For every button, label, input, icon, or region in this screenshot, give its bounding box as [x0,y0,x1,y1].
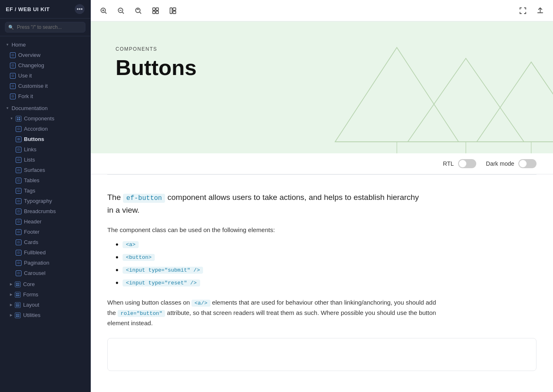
sidebar-item-label: Typography [24,198,52,204]
fullscreen-button[interactable] [517,5,529,16]
sidebar-item-typography[interactable]: ⊡ Typography [0,196,90,206]
search-icon: 🔍 [8,25,14,30]
svg-rect-11 [153,11,155,14]
sidebar-item-buttons[interactable]: ⊡ Buttons [0,134,90,144]
sidebar-item-label: Tags [24,188,35,194]
svg-line-8 [140,12,142,14]
sidebar-item-overview[interactable]: ⊡ Overview [0,50,90,60]
page-icon: ⊡ [16,188,21,194]
sidebar-item-customise-it[interactable]: ⊡ Customise it [0,81,90,91]
dark-mode-toggle-group: Dark mode [486,159,536,168]
zoom-in-button[interactable] [97,5,110,16]
page-icon: ⊡ [16,219,21,225]
page-icon: ⊡ [16,167,21,173]
sidebar-item-label: Header [24,218,42,225]
sidebar-item-carousel[interactable]: ⊡ Carousel [0,268,90,278]
sidebar-item-home[interactable]: ▼ Home [0,40,90,50]
sidebar-item-label: Fullbleed [24,249,46,256]
sidebar-item-links[interactable]: ⊡ Links [0,144,90,155]
toolbar [91,0,553,21]
content-area: COMPONENTS Buttons RT [91,21,553,392]
rtl-label: RTL [443,160,454,167]
expand-arrow-icon: ▶ [10,282,12,286]
svg-line-1 [105,12,107,14]
page-icon: ⊡ [10,83,16,89]
page-icon: ⊡ [10,94,16,99]
sidebar-item-label: Use it [18,73,32,79]
code-snippet: <a> [123,241,139,248]
code-snippet: <button> [123,254,155,261]
sidebar-item-label: Utilities [23,312,40,318]
sidebar-item-label: Fork it [18,93,33,99]
zoom-reset-button[interactable] [132,5,144,16]
app-logo: EF / WEB UI KIT [6,6,50,12]
rtl-toggle-group: RTL [443,159,476,168]
sidebar-item-components[interactable]: ▼ Components [0,113,90,124]
expand-arrow-icon: ▶ [10,303,12,307]
rtl-toggle[interactable] [458,159,476,168]
expand-arrow-icon: ▼ [6,106,9,110]
svg-rect-13 [170,8,172,14]
doc-intro-code: ef-button [123,194,165,203]
sidebar-item-label: Carousel [24,270,45,276]
share-button[interactable] [534,5,546,16]
sidebar-item-surfaces[interactable]: ⊡ Surfaces [0,165,90,175]
panel-view-button[interactable] [167,5,179,16]
sidebar-item-label: Lists [24,157,35,163]
sidebar-item-use-it[interactable]: ⊡ Use it [0,70,90,81]
sidebar-item-fork-it[interactable]: ⊡ Fork it [0,91,90,101]
sidebar-item-header[interactable]: ⊡ Header [0,216,90,227]
sidebar-item-lists[interactable]: ⊡ Lists [0,155,90,165]
sidebar-item-tags[interactable]: ⊡ Tags [0,185,90,196]
list-item: <input type="reset" /> [116,278,536,288]
sidebar-item-tables[interactable]: ⊡ Tables [0,175,90,185]
expand-arrow-icon: ▶ [10,313,12,317]
svg-marker-17 [408,59,524,142]
sidebar-item-label: Components [24,115,54,122]
sidebar-item-forms[interactable]: ▶ Forms [0,289,90,300]
page-icon: ⊡ [16,260,21,266]
sidebar-item-label: Breadcrumbs [24,208,56,214]
sidebar-item-utilities[interactable]: ▶ Utilities [0,310,90,320]
sidebar-item-pagination[interactable]: ⊡ Pagination [0,258,90,268]
sidebar-item-core[interactable]: ▶ Core [0,279,90,289]
sidebar-item-label: Core [23,281,35,287]
grid-icon [15,292,21,298]
sidebar-search-container: 🔍 [0,19,90,36]
page-icon: ⊡ [16,239,21,245]
expand-arrow-icon: ▼ [6,43,9,47]
sidebar-item-layout[interactable]: ▶ Layout [0,300,90,310]
sidebar-item-cards[interactable]: ⊡ Cards [0,237,90,247]
grid-view-button[interactable] [149,5,162,16]
dark-mode-toggle[interactable] [518,159,536,168]
sidebar-item-label: Cards [24,239,38,245]
list-item: <button> [116,253,536,262]
page-icon: ⊡ [10,52,16,58]
search-input[interactable] [5,22,85,33]
sidebar-nav: ▼ Home ⊡ Overview ⊡ Changelog ⊡ Use it ⊡… [0,36,90,392]
code-snippet: <input type="reset" /> [123,279,200,286]
sidebar-item-fullbleed[interactable]: ⊡ Fullbleed [0,247,90,258]
svg-rect-10 [156,8,158,10]
dark-mode-label: Dark mode [486,160,514,167]
sidebar-item-footer[interactable]: ⊡ Footer [0,227,90,237]
sidebar-item-accordion[interactable]: ⊡ Accordion [0,124,90,134]
demo-preview-box [107,338,536,371]
sidebar-item-documentation[interactable]: ▼ Documentation [0,103,90,113]
page-icon: ⊡ [16,178,21,183]
sidebar-item-changelog[interactable]: ⊡ Changelog [0,60,90,70]
grid-icon [15,282,21,287]
sidebar-item-label: Accordion [24,126,48,132]
zoom-out-button[interactable] [115,5,127,16]
page-icon: ⊡ [16,157,21,163]
page-icon: ⊡ [10,73,16,79]
toolbar-right-controls [517,5,546,16]
sidebar-header: EF / WEB UI KIT ••• [0,0,90,19]
doc-elements-label: The component class can be used on the f… [107,226,536,233]
page-icon: ⊡ [16,250,21,256]
sidebar-item-label: Documentation [12,105,47,111]
more-options-button[interactable]: ••• [75,4,85,14]
sidebar-item-label: Links [24,146,36,153]
sidebar-item-breadcrumbs[interactable]: ⊡ Breadcrumbs [0,206,90,216]
sidebar-item-label: Pagination [24,260,49,266]
